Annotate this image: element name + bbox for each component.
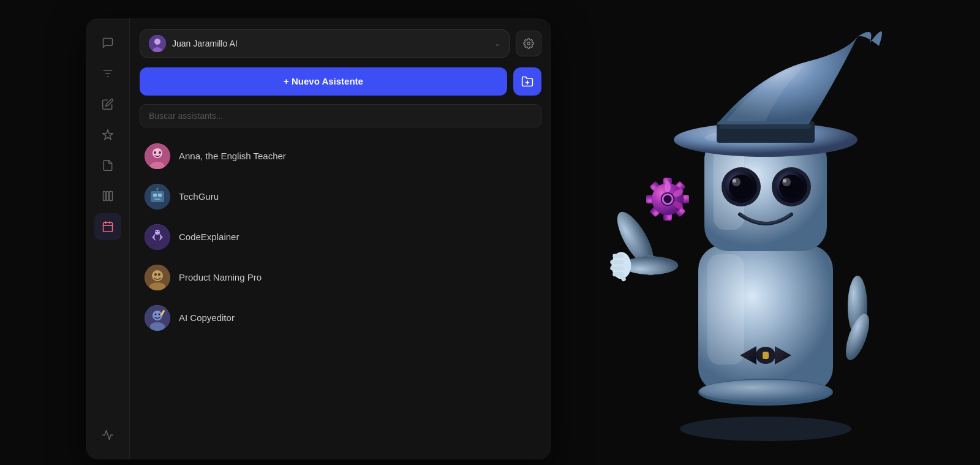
svg-rect-49: [612, 272, 624, 276]
svg-point-56: [698, 379, 833, 406]
svg-point-88: [661, 192, 674, 206]
sidebar-item-edit[interactable]: [94, 91, 121, 118]
svg-rect-22: [151, 191, 164, 202]
svg-point-11: [154, 39, 160, 45]
svg-rect-59: [763, 352, 769, 359]
sidebar-item-filter[interactable]: [94, 60, 121, 87]
svg-rect-80: [672, 181, 686, 195]
list-item[interactable]: TechGuru: [140, 176, 541, 217]
svg-point-20: [159, 151, 161, 154]
svg-point-60: [848, 276, 867, 337]
svg-point-35: [154, 273, 157, 276]
sidebar-item-library[interactable]: [94, 183, 121, 210]
svg-rect-63: [704, 135, 827, 251]
avatar: [145, 184, 170, 210]
svg-point-72: [779, 175, 804, 199]
assistant-name: Product Naming Pro: [179, 272, 262, 282]
svg-point-65: [722, 167, 761, 206]
svg-rect-77: [717, 121, 815, 143]
svg-point-58: [756, 347, 775, 364]
svg-point-66: [725, 171, 757, 203]
svg-point-74: [783, 179, 786, 183]
svg-point-19: [154, 151, 156, 154]
svg-point-36: [158, 273, 160, 276]
search-input[interactable]: [140, 104, 541, 127]
svg-rect-24: [158, 194, 162, 197]
user-avatar-image: [149, 35, 166, 52]
svg-rect-64: [714, 144, 744, 230]
sidebar-item-calendar[interactable]: [94, 213, 121, 240]
svg-point-68: [732, 178, 741, 186]
svg-rect-78: [720, 124, 812, 129]
sidebar-item-file[interactable]: [94, 152, 121, 179]
svg-rect-85: [646, 195, 657, 203]
svg-rect-55: [707, 254, 744, 365]
list-item[interactable]: Anna, the English Teacher: [140, 136, 541, 176]
content-area: Juan Jaramillo AI ⌄ + Nuevo Asistente: [130, 18, 551, 459]
svg-point-62: [841, 311, 874, 363]
new-assistant-button[interactable]: + Nuevo Asistente: [140, 67, 507, 96]
svg-rect-4: [106, 191, 108, 200]
mascot-area: [551, 0, 980, 465]
sidebar-item-sparkle[interactable]: [94, 121, 121, 148]
svg-point-92: [672, 200, 685, 211]
svg-point-90: [665, 181, 671, 192]
avatar: [149, 35, 166, 52]
avatar: [145, 143, 170, 169]
svg-rect-23: [153, 194, 157, 197]
svg-point-32: [158, 231, 159, 232]
svg-rect-53: [618, 271, 627, 281]
svg-point-40: [155, 313, 157, 315]
svg-rect-79: [663, 178, 672, 189]
svg-point-42: [150, 322, 165, 331]
svg-rect-81: [678, 195, 689, 203]
svg-point-47: [623, 256, 678, 274]
svg-rect-82: [672, 203, 686, 217]
svg-point-30: [155, 230, 160, 235]
list-item[interactable]: { } CodeExplainer: [140, 217, 541, 257]
assistant-name: CodeExplainer: [179, 232, 239, 242]
robot-mascot: [576, 12, 956, 453]
svg-rect-86: [649, 181, 663, 195]
sidebar-item-activity[interactable]: [94, 422, 121, 448]
settings-button[interactable]: [516, 31, 541, 56]
svg-rect-5: [109, 191, 112, 200]
action-row: + Nuevo Asistente: [140, 67, 541, 96]
sidebar: [86, 18, 130, 459]
user-name: Juan Jaramillo AI: [172, 39, 488, 48]
sidebar-item-chat[interactable]: [94, 29, 121, 56]
svg-rect-6: [103, 222, 112, 232]
svg-point-31: [156, 231, 157, 232]
svg-text:{ }: { }: [153, 234, 162, 240]
svg-point-48: [611, 252, 631, 279]
svg-point-57: [699, 380, 832, 402]
avatar: [145, 305, 170, 331]
svg-rect-3: [103, 191, 105, 200]
svg-point-76: [704, 125, 778, 143]
search-container: [140, 104, 541, 127]
list-item[interactable]: Product Naming Pro: [140, 257, 541, 298]
list-item[interactable]: AI Copyeditor: [140, 298, 541, 338]
svg-point-27: [156, 187, 159, 190]
svg-rect-52: [612, 254, 624, 258]
svg-point-69: [733, 179, 736, 183]
chevron-down-icon: ⌄: [494, 39, 500, 48]
svg-rect-54: [698, 245, 833, 392]
svg-point-41: [159, 313, 160, 315]
svg-point-13: [527, 42, 530, 45]
svg-point-70: [772, 167, 811, 206]
svg-point-39: [153, 311, 162, 320]
svg-point-73: [782, 178, 791, 186]
new-folder-button[interactable]: [513, 67, 541, 96]
svg-rect-51: [610, 260, 624, 264]
svg-point-89: [663, 194, 673, 204]
header: Juan Jaramillo AI ⌄: [140, 29, 541, 58]
svg-point-91: [672, 187, 685, 198]
svg-rect-83: [663, 210, 672, 221]
svg-point-61: [849, 328, 866, 346]
user-selector[interactable]: Juan Jaramillo AI ⌄: [140, 29, 510, 58]
svg-rect-25: [154, 198, 160, 200]
assistant-name: AI Copyeditor: [179, 312, 235, 323]
svg-rect-50: [610, 266, 624, 270]
svg-point-67: [729, 175, 753, 199]
